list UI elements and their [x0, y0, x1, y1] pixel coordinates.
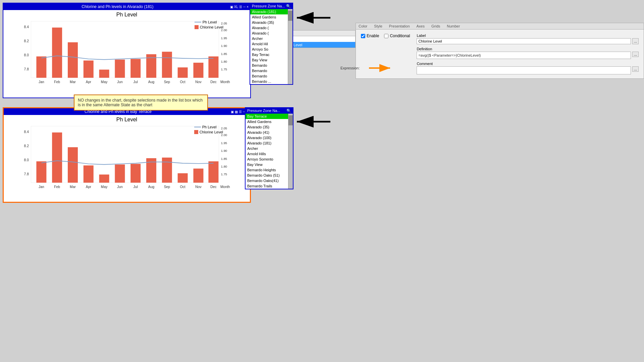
top-dropdown-item-4[interactable]: Alvarado (: [250, 31, 288, 36]
chart-icon-1[interactable]: ▣: [230, 5, 233, 9]
chart-icon-minimize[interactable]: ─: [243, 5, 246, 9]
top-dropdown-item-3[interactable]: Alvarado (: [250, 25, 288, 31]
svg-text:Month: Month: [220, 80, 230, 84]
top-dropdown-item-11[interactable]: Bernardo: [250, 68, 288, 73]
top-dropdown-item-5[interactable]: Archer: [250, 36, 288, 41]
b-legend-chlorine-label: Chlorine Level: [200, 130, 223, 134]
toolbar-axes[interactable]: Axes: [417, 24, 425, 28]
chart-icon-3[interactable]: ☰: [239, 5, 242, 9]
svg-text:7.8: 7.8: [24, 67, 29, 71]
svg-text:1.75: 1.75: [221, 173, 227, 176]
svg-rect-14: [68, 42, 78, 78]
top-dropdown-item-6[interactable]: Arnold Hil: [250, 41, 288, 47]
svg-text:1.75: 1.75: [221, 68, 227, 71]
toolbar-grids[interactable]: Grids: [431, 24, 440, 28]
expression-arrow: [367, 63, 394, 74]
top-dropdown-scrollbar[interactable]: [288, 9, 292, 84]
svg-text:8.2: 8.2: [24, 144, 29, 148]
svg-rect-57: [162, 158, 172, 183]
top-dropdown-items: Alvarado (181) Allied Gardens Alvarado (…: [250, 9, 288, 84]
top-dropdown[interactable]: Pressure Zone Na... 🔍 Alvarado (181) All…: [250, 3, 293, 85]
bottom-dropdown-scrollbar[interactable]: [288, 114, 293, 189]
svg-rect-49: [36, 161, 46, 183]
bottom-dropdown-item-6[interactable]: Archer: [246, 146, 288, 151]
svg-text:Sep: Sep: [164, 80, 170, 84]
svg-text:7.8: 7.8: [24, 172, 29, 176]
bottom-dropdown-item-9[interactable]: Bay View: [246, 162, 288, 167]
conditional-checkbox[interactable]: [384, 34, 388, 38]
note-box: NO changes in the chart, despite selecti…: [74, 95, 208, 111]
svg-rect-59: [193, 169, 203, 183]
chart-icon-close[interactable]: ×: [247, 5, 249, 9]
toolbar-color[interactable]: Color: [359, 24, 367, 28]
bottom-chart-area: Ph Level Ph Level Chlorine Level 8.4 8.2…: [4, 115, 250, 201]
bottom-dropdown-item-7[interactable]: Arnold Hills: [246, 151, 288, 157]
bottom-dropdown-item-12[interactable]: Bernardo Oaks(41): [246, 178, 288, 183]
top-dropdown-item-7[interactable]: Arroyo So: [250, 47, 288, 52]
bottom-dropdown-item-2[interactable]: Alvarado (35): [246, 124, 288, 130]
bottom-dropdown-item-5[interactable]: Alvarado (181): [246, 140, 288, 146]
comment-box[interactable]: [417, 66, 631, 74]
bottom-arrow-svg: [293, 113, 334, 130]
enable-row: Enable Conditional: [361, 34, 410, 38]
toolbar-number[interactable]: Number: [447, 24, 460, 28]
comment-group: Comment ...: [417, 62, 639, 74]
bottom-dropdown-item-0[interactable]: Bay Terrace: [246, 114, 288, 119]
svg-text:Oct: Oct: [180, 185, 185, 189]
bottom-dropdown-item-4[interactable]: Alvarado (100): [246, 135, 288, 140]
enable-checkbox[interactable]: [361, 34, 365, 38]
top-dropdown-search-icon[interactable]: 🔍: [286, 4, 291, 8]
top-dropdown-item-2[interactable]: Alvarado (35): [250, 20, 288, 25]
label-input[interactable]: [417, 38, 631, 44]
bottom-dropdown-list-container: Bay Terrace Allied Gardens Alvarado (35)…: [246, 114, 293, 189]
comment-dots-button[interactable]: ...: [632, 66, 639, 72]
legend-ph-label: Ph Level: [203, 20, 217, 24]
svg-rect-20: [162, 52, 172, 78]
bottom-dropdown-item-8[interactable]: Arroyo Sorrento: [246, 157, 288, 162]
b-chart-icon-3[interactable]: ☰: [239, 110, 242, 114]
top-dropdown-item-1[interactable]: Allied Gardens: [250, 14, 288, 20]
bottom-dropdown-item-3[interactable]: Alvarado (41): [246, 130, 288, 135]
top-chart-window: Chlorine and Ph levels in Alvarado (181)…: [3, 3, 251, 98]
top-dropdown-item-0[interactable]: Alvarado (181): [250, 9, 288, 14]
bottom-dropdown-item-13[interactable]: Bernardo Trails: [246, 183, 288, 189]
toolbar-style[interactable]: Style: [374, 24, 382, 28]
svg-rect-60: [208, 161, 218, 183]
comment-row: ...: [417, 66, 639, 74]
top-dropdown-item-12[interactable]: Bernardo: [250, 73, 288, 79]
svg-rect-18: [130, 59, 141, 78]
label-dots-button[interactable]: ...: [632, 38, 639, 44]
expression-box[interactable]: =avg({$ <Parameter=>}ChlorineLevel): [417, 52, 631, 59]
bottom-dropdown[interactable]: Pressure Zone Na... 🔍 Bay Terrace Allied…: [245, 107, 293, 189]
bottom-chart-window: Chlorine and Ph levels in Bay Terrace ▣ …: [3, 107, 251, 203]
b-chart-icon-2[interactable]: ▦: [235, 110, 238, 114]
bottom-dropdown-item-11[interactable]: Bernardo Oaks (51): [246, 173, 288, 178]
toolbar-presentation[interactable]: Presentation: [389, 24, 410, 28]
top-chart-title: Chlorine and Ph levels in Alvarado (181): [5, 4, 230, 9]
top-arrow: [293, 9, 334, 27]
svg-text:1.85: 1.85: [221, 157, 227, 161]
svg-text:8.2: 8.2: [24, 39, 29, 43]
svg-text:Jan: Jan: [39, 80, 44, 84]
bottom-dropdown-item-1[interactable]: Allied Gardens: [246, 119, 288, 124]
svg-text:8.0: 8.0: [24, 158, 29, 162]
definition-dots-button[interactable]: ...: [632, 52, 639, 57]
top-chart-titlebar: Chlorine and Ph levels in Alvarado (181)…: [3, 3, 250, 10]
bottom-dropdown-search-icon[interactable]: 🔍: [286, 109, 291, 113]
svg-text:Jan: Jan: [39, 185, 44, 189]
top-dropdown-item-9[interactable]: Bay View: [250, 57, 288, 63]
svg-text:Apr: Apr: [86, 185, 92, 189]
top-dropdown-list-container: Alvarado (181) Allied Gardens Alvarado (…: [250, 9, 292, 84]
svg-rect-53: [99, 175, 109, 183]
note-text: NO changes in the chart, despite selecti…: [78, 98, 203, 107]
svg-text:8.4: 8.4: [24, 130, 29, 134]
top-dropdown-item-8[interactable]: Bay Terrac: [250, 52, 288, 57]
chart-icon-2[interactable]: XL: [234, 5, 238, 9]
bottom-dropdown-scrollbar-thumb: [288, 115, 293, 125]
right-panel: Color Style Presentation Axes Grids Numb…: [356, 23, 644, 79]
bottom-dropdown-item-10[interactable]: Bernardo Heights: [246, 167, 288, 173]
b-chart-icon-1[interactable]: ▣: [231, 110, 234, 114]
svg-text:Jun: Jun: [117, 80, 123, 84]
top-dropdown-item-10[interactable]: Bernardo: [250, 63, 288, 68]
top-dropdown-item-13[interactable]: Bernardo ...: [250, 79, 288, 84]
